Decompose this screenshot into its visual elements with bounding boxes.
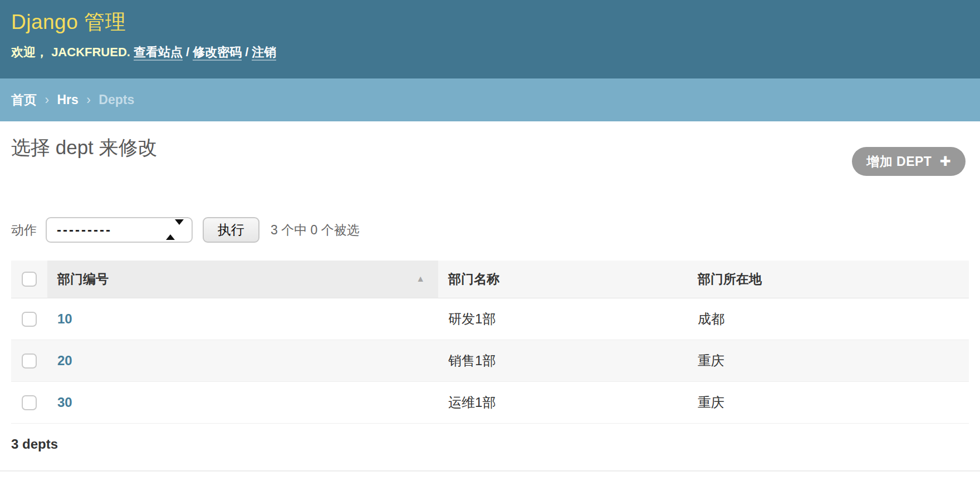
breadcrumb-separator: › bbox=[86, 92, 91, 107]
user-tools: 欢迎， JACKFRUED. 查看站点/修改密码/注销 bbox=[11, 45, 969, 60]
row-checkbox[interactable] bbox=[22, 312, 37, 327]
sort-ascending-icon: ▲ bbox=[416, 274, 425, 284]
link-separator: / bbox=[245, 45, 248, 59]
dept-no-link[interactable]: 10 bbox=[57, 311, 72, 326]
action-select[interactable]: --------- bbox=[46, 217, 193, 243]
actions-bar: 动作 --------- 执行 3 个中 0 个被选 bbox=[11, 217, 969, 243]
breadcrumb-home-link[interactable]: 首页 bbox=[11, 92, 37, 107]
selection-counter: 3 个中 0 个被选 bbox=[271, 222, 360, 239]
go-button[interactable]: 执行 bbox=[203, 217, 259, 243]
dept-no-link[interactable]: 30 bbox=[57, 395, 72, 410]
title-row: 选择 dept 来修改 增加 DEPT ✚ bbox=[11, 121, 969, 176]
dept-location-cell: 重庆 bbox=[688, 381, 969, 423]
action-select-value: --------- bbox=[57, 222, 112, 238]
column-header-dept-name[interactable]: 部门名称 bbox=[438, 261, 688, 298]
footer-divider bbox=[0, 470, 980, 471]
add-dept-button[interactable]: 增加 DEPT ✚ bbox=[852, 147, 966, 176]
main-content: 选择 dept 来修改 增加 DEPT ✚ 动作 --------- 执行 3 … bbox=[0, 121, 980, 471]
link-separator: / bbox=[186, 45, 189, 59]
table-row: 20 销售1部 重庆 bbox=[11, 340, 969, 381]
column-header-dept-no-label[interactable]: 部门编号 bbox=[57, 271, 109, 288]
select-all-header bbox=[11, 261, 47, 298]
welcome-label: 欢迎， bbox=[11, 45, 48, 59]
logout-link[interactable]: 注销 bbox=[252, 45, 276, 61]
breadcrumb-current: Depts bbox=[99, 92, 134, 107]
breadcrumb-hrs-link[interactable]: Hrs bbox=[57, 92, 78, 107]
column-header-dept-name-label[interactable]: 部门名称 bbox=[448, 272, 499, 286]
column-header-dept-no[interactable]: 部门编号 ▲ bbox=[47, 261, 438, 298]
actions-label: 动作 bbox=[11, 222, 37, 239]
site-title[interactable]: Django 管理 bbox=[11, 9, 969, 36]
table-row: 30 运维1部 重庆 bbox=[11, 381, 969, 423]
dept-name-cell: 研发1部 bbox=[438, 298, 688, 340]
select-stepper-icon bbox=[166, 225, 184, 235]
breadcrumb: 首页 › Hrs › Depts bbox=[0, 78, 980, 121]
row-checkbox[interactable] bbox=[22, 353, 37, 369]
plus-icon: ✚ bbox=[939, 155, 951, 168]
change-password-link[interactable]: 修改密码 bbox=[193, 45, 242, 61]
object-tools: 增加 DEPT ✚ bbox=[852, 147, 966, 176]
row-checkbox[interactable] bbox=[22, 395, 37, 410]
view-site-link[interactable]: 查看站点 bbox=[134, 45, 183, 61]
table-row: 10 研发1部 成都 bbox=[11, 298, 969, 340]
select-all-checkbox[interactable] bbox=[22, 272, 37, 287]
page-title: 选择 dept 来修改 bbox=[11, 136, 158, 159]
column-header-dept-location-label[interactable]: 部门所在地 bbox=[698, 272, 762, 286]
table-header-row: 部门编号 ▲ 部门名称 部门所在地 bbox=[11, 261, 969, 298]
dept-no-link[interactable]: 20 bbox=[57, 353, 72, 368]
dept-change-list-table: 部门编号 ▲ 部门名称 部门所在地 10 研发1部 成都 bbox=[11, 261, 969, 424]
dept-location-cell: 成都 bbox=[688, 298, 969, 340]
add-dept-button-label: 增加 DEPT bbox=[866, 153, 932, 170]
app-header: Django 管理 欢迎， JACKFRUED. 查看站点/修改密码/注销 bbox=[0, 0, 980, 78]
dept-name-cell: 运维1部 bbox=[438, 381, 688, 423]
column-header-dept-location[interactable]: 部门所在地 bbox=[688, 261, 969, 298]
paginator-count: 3 depts bbox=[11, 436, 969, 453]
dept-name-cell: 销售1部 bbox=[438, 340, 688, 381]
current-username: JACKFRUED. bbox=[51, 45, 130, 59]
breadcrumb-separator: › bbox=[45, 92, 49, 107]
dept-location-cell: 重庆 bbox=[688, 340, 969, 381]
